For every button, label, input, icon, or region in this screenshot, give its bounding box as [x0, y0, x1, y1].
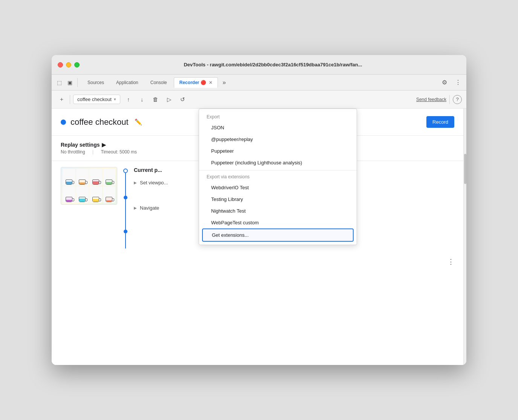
mug-cell-4	[103, 169, 116, 185]
timeline-start-node	[123, 169, 128, 173]
export-section-label: Export	[199, 112, 357, 122]
mug-grid	[61, 167, 117, 204]
step-timeline	[123, 169, 128, 248]
timeout-label: Timeout: 5000 ms	[98, 149, 140, 155]
replay-button[interactable]: ▷	[164, 94, 175, 105]
export-webdriverio-item[interactable]: WebdriverIO Test	[199, 182, 357, 193]
screenshot-thumbnail	[61, 167, 117, 205]
window-title: DevTools - rawgit.com/ebidel/2d2bb0cdec3…	[86, 62, 460, 67]
toolbar-divider-2	[449, 95, 450, 104]
export-json-item[interactable]: JSON	[199, 122, 357, 133]
throttling-label: No throttling	[61, 149, 88, 155]
download-button[interactable]: ↓	[137, 94, 147, 105]
mug-cell-2	[76, 169, 89, 185]
recording-name: coffee checkout	[77, 97, 112, 102]
record-button[interactable]: Record	[426, 116, 454, 128]
more-options-dots-icon[interactable]: ⋮	[448, 258, 454, 266]
recording-selector[interactable]: coffee checkout ▾	[73, 95, 120, 104]
timeline-line-1	[125, 173, 126, 196]
get-extensions-item[interactable]: Get extensions...	[202, 228, 354, 242]
export-puppeteer-lighthouse-item[interactable]: Puppeteer (including Lighthouse analysis…	[199, 157, 357, 169]
dropdown-divider	[199, 170, 357, 170]
export-via-extensions-label: Export via extensions	[199, 172, 357, 182]
timeline-line-3	[125, 233, 126, 248]
timeline-dot-2	[124, 230, 127, 233]
tab-recorder[interactable]: Recorder 🔴 ✕	[174, 77, 218, 88]
export-testing-library-item[interactable]: Testing Library	[199, 193, 357, 205]
send-feedback-link[interactable]: Send feedback	[416, 97, 446, 102]
settings-icon[interactable]: ⚙	[439, 77, 450, 88]
timeline-line-2	[125, 199, 126, 230]
tab-application[interactable]: Application	[111, 78, 144, 87]
maximize-traffic-light[interactable]	[74, 62, 80, 67]
mug-cell-3	[89, 169, 102, 185]
tab-sources[interactable]: Sources	[82, 78, 109, 87]
more-options-icon[interactable]: ⋮	[453, 77, 463, 88]
minimize-traffic-light[interactable]	[66, 62, 71, 67]
tabbar: ⬚ ▣ Sources Application Console Recorder…	[52, 75, 466, 90]
step-more-area: ⋮	[52, 254, 463, 269]
slow-replay-button[interactable]: ↺	[178, 94, 188, 105]
tab-console[interactable]: Console	[145, 78, 172, 87]
export-puppeteer-item[interactable]: Puppeteer	[199, 145, 357, 157]
mug-cell-6	[76, 186, 89, 203]
export-button[interactable]: ↑	[123, 94, 134, 105]
recording-status-dot	[61, 120, 66, 125]
mug-cell-1	[63, 169, 75, 185]
export-dropdown: Export JSON @puppeteer/replay Puppeteer …	[199, 109, 357, 245]
export-nightwatch-item[interactable]: Nightwatch Test	[199, 205, 357, 217]
close-traffic-light[interactable]	[58, 62, 63, 67]
add-recording-button[interactable]: ＋	[56, 94, 67, 105]
toolbar: ＋ coffee checkout ▾ ↑ ↓ 🗑 ▷ ↺ Send feedb…	[52, 90, 466, 109]
more-tabs-icon[interactable]: »	[219, 78, 229, 87]
main-content: coffee checkout ✏️ Record Replay setting…	[52, 109, 466, 365]
step-arrow-icon: ▶	[134, 181, 137, 185]
help-button[interactable]: ?	[453, 95, 462, 104]
edit-title-icon[interactable]: ✏️	[135, 118, 142, 126]
recording-title: coffee checkout	[70, 117, 129, 127]
replay-settings-label: Replay settings	[61, 142, 100, 148]
traffic-lights	[58, 62, 80, 67]
separator: |	[89, 149, 97, 155]
mug-cell-8	[103, 186, 116, 203]
export-puppeteer-replay-item[interactable]: @puppeteer/replay	[199, 133, 357, 145]
tab-recorder-close[interactable]: ✕	[209, 80, 212, 85]
mug-cell-5	[63, 186, 75, 203]
panel-icon[interactable]: ▣	[65, 78, 74, 87]
tab-nav-icons: ⬚ ▣	[55, 78, 78, 87]
devtools-window: DevTools - rawgit.com/ebidel/2d2bb0cdec3…	[52, 55, 466, 365]
titlebar: DevTools - rawgit.com/ebidel/2d2bb0cdec3…	[52, 55, 466, 75]
toolbar-divider-1	[70, 95, 70, 104]
cursor-icon[interactable]: ⬚	[55, 78, 64, 87]
chevron-down-icon: ▾	[114, 97, 116, 102]
mug-cell-7	[89, 186, 102, 203]
scrollbar-thumb[interactable]	[464, 154, 466, 184]
replay-settings-arrow-icon: ▶	[102, 142, 106, 148]
toolbar-right: Send feedback ?	[416, 95, 462, 104]
delete-button[interactable]: 🗑	[150, 94, 161, 105]
tabbar-right: ⚙ ⋮	[439, 77, 463, 88]
export-webpagetest-item[interactable]: WebPageTest custom	[199, 217, 357, 228]
scrollbar[interactable]	[463, 109, 466, 365]
timeline-dot-1	[124, 196, 127, 199]
navigate-step-arrow-icon: ▶	[134, 206, 137, 210]
